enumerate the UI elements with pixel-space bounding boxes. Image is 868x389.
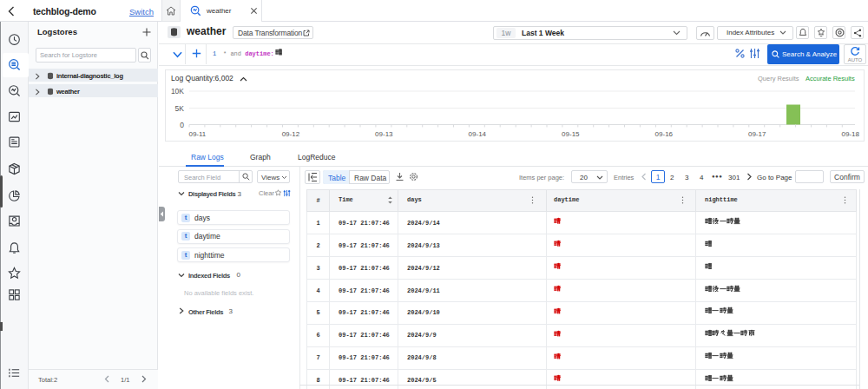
svg-text:09-17: 09-17 — [748, 130, 766, 138]
svg-text:09-14: 09-14 — [469, 130, 487, 138]
svg-text:09-18: 09-18 — [841, 130, 859, 138]
svg-text:09-13: 09-13 — [375, 130, 393, 138]
svg-text:5K: 5K — [175, 104, 185, 113]
svg-text:09-15: 09-15 — [562, 130, 580, 138]
svg-text:09-16: 09-16 — [655, 130, 674, 138]
svg-text:10K: 10K — [171, 87, 184, 96]
svg-text:09-12: 09-12 — [282, 130, 300, 138]
svg-text:09-11: 09-11 — [188, 130, 206, 138]
svg-text:0: 0 — [180, 121, 184, 129]
